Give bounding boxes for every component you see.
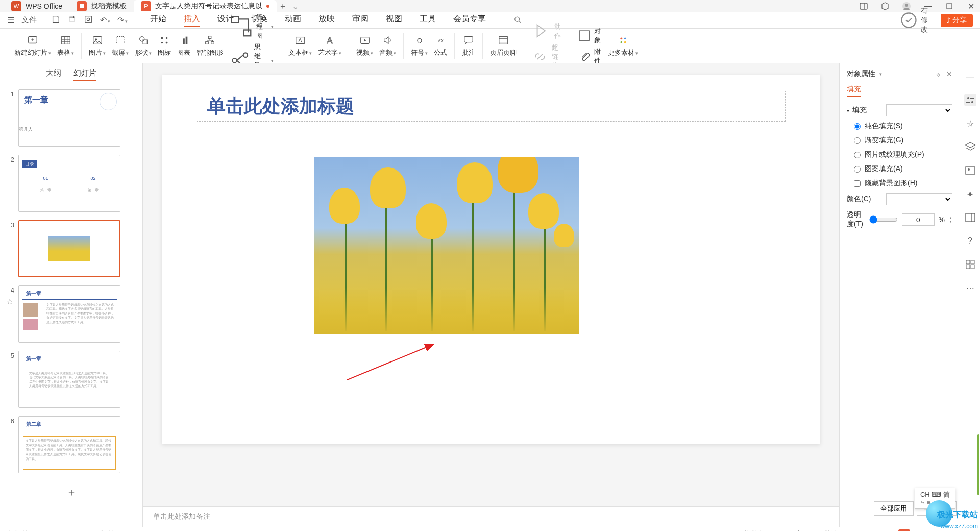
menubar: ☰ 文件 ↶▾ ↷▾ 开始 插入 设计 切换 动画 放映 审阅 视图 工具 会员… (0, 12, 980, 29)
fill-picture-radio[interactable] (854, 152, 861, 158)
slide-canvas[interactable]: 单击此处添加标题 (162, 75, 820, 444)
tab-start[interactable]: 开始 (150, 14, 166, 27)
svg-text:P: P (144, 3, 148, 9)
svg-point-30 (166, 37, 168, 39)
screenshot-button[interactable]: 截屏▾ (112, 35, 129, 57)
header-footer-button[interactable]: 页眉页脚 (490, 35, 517, 57)
add-slide-button[interactable]: ＋ (6, 481, 136, 503)
svg-rect-26 (116, 36, 125, 43)
video-button[interactable]: 视频▾ (356, 35, 373, 57)
tab-member[interactable]: 会员专享 (453, 14, 486, 27)
wordart-button[interactable]: A艺术字▾ (318, 35, 341, 57)
canvas-area: 单击此处添加标题 (143, 63, 839, 527)
app-tab-template[interactable]: 找稻壳模板 (69, 0, 134, 12)
fill-section-toggle[interactable]: ▾填充 (847, 104, 952, 116)
image-button[interactable]: 图片▾ (89, 35, 106, 57)
slide-thumb-5[interactable]: 第一章文字是人类用符号记录表达信息以传之久远的方式和工具。现代文字大多是记录语言… (18, 351, 120, 408)
svg-point-71 (968, 168, 970, 171)
fill-gradient-radio[interactable] (854, 137, 861, 144)
settings-icon[interactable] (964, 94, 976, 106)
object-button[interactable]: 对象 (577, 27, 602, 45)
svg-rect-74 (966, 260, 970, 264)
title-placeholder[interactable]: 单击此处添加标题 (197, 91, 786, 122)
print-icon[interactable] (67, 15, 77, 26)
help-icon[interactable]: ? (964, 235, 976, 247)
dirty-dot (266, 5, 270, 8)
star-icon: ☆ (6, 285, 14, 343)
app-tab-wps[interactable]: W WPS Office (4, 0, 69, 12)
tab-slideshow[interactable]: 放映 (318, 14, 335, 27)
symbol-button[interactable]: Ω符号▾ (411, 35, 428, 57)
tools-icon[interactable] (964, 258, 976, 271)
redo-icon[interactable]: ↷▾ (117, 15, 128, 25)
search-icon[interactable] (513, 14, 523, 27)
panel-icon[interactable] (859, 1, 869, 11)
svg-rect-34 (183, 38, 185, 44)
smartart-button[interactable]: 智能图形 (197, 35, 223, 57)
image-tool-icon[interactable] (964, 164, 976, 177)
slideshow-button[interactable]: ▶ (898, 529, 910, 532)
more-dots-icon[interactable]: ⋯ (964, 282, 976, 294)
svg-text:A: A (327, 35, 332, 44)
fill-tab[interactable]: 填充 (847, 85, 861, 97)
opacity-slider[interactable] (869, 215, 898, 224)
svg-rect-10 (69, 18, 75, 21)
collapse-icon[interactable]: — (964, 70, 976, 83)
inserted-image[interactable] (314, 157, 579, 334)
action-button: 动作 (531, 21, 562, 41)
flowchart-button[interactable]: 流程图▾ (229, 13, 274, 40)
app-tab-document[interactable]: P 文字是人类用符号记录表达信息以 (134, 0, 277, 12)
tab-review[interactable]: 审阅 (352, 14, 369, 27)
new-slide-button[interactable]: 新建幻灯片▾ (14, 35, 51, 57)
tab-overflow-caret[interactable]: ⌄ (292, 2, 299, 11)
audio-button[interactable]: 音频▾ (379, 35, 396, 57)
apply-all-button[interactable]: 全部应用 (874, 501, 914, 516)
share-button[interactable]: ⤴ 分享 (941, 14, 973, 27)
color-select[interactable] (886, 193, 952, 205)
panel2-icon[interactable] (964, 211, 976, 224)
cube-icon[interactable] (880, 1, 890, 11)
fill-pattern-radio[interactable] (854, 166, 861, 173)
outline-tab[interactable]: 大纲 (46, 68, 61, 81)
more-button[interactable]: 更多素材▾ (608, 35, 638, 57)
tab-animation[interactable]: 动画 (285, 14, 301, 27)
slide-thumb-6[interactable]: 第二章文字是人类用符号记录表达信息以传之久远的方式和工具。现代文字大多是记录语言… (18, 416, 120, 473)
slides-tab[interactable]: 幻灯片 (74, 68, 96, 81)
has-changes-badge[interactable]: 有修改 (900, 7, 933, 34)
fill-preset-select[interactable] (886, 104, 952, 116)
notes-area[interactable]: 单击此处添加备注 (143, 506, 839, 527)
opacity-down[interactable]: ▼ (949, 220, 952, 223)
slide-thumb-1[interactable]: 第一章第几人 (18, 89, 120, 147)
tab-add-button[interactable]: ＋ (277, 1, 289, 12)
opacity-up[interactable]: ▲ (949, 216, 952, 220)
save-icon[interactable] (51, 15, 60, 26)
undo-icon[interactable]: ↶▾ (100, 15, 110, 25)
slide-thumb-3[interactable] (18, 220, 120, 277)
svg-point-27 (139, 36, 144, 41)
pin-icon[interactable]: ⟐ (936, 70, 940, 78)
shape-button[interactable]: 形状▾ (135, 35, 152, 57)
table-button[interactable]: 表格▾ (57, 35, 74, 57)
layers-icon[interactable] (964, 141, 976, 153)
chart-button[interactable]: 图表 (177, 35, 190, 57)
tab-view[interactable]: 视图 (386, 14, 402, 27)
star-icon[interactable]: ☆ (964, 117, 976, 130)
slide-thumb-4[interactable]: 第一章文字是人类用符号记录表达信息以传之久远的方式和工具。现代文字大多是记录语言… (18, 285, 120, 343)
hide-bg-checkbox[interactable] (854, 180, 861, 187)
file-menu[interactable]: 文件 (21, 15, 37, 25)
formula-button[interactable]: √x公式 (434, 35, 447, 57)
icon-button[interactable]: 图标 (158, 35, 171, 57)
textbox-button[interactable]: A文本框▾ (288, 35, 312, 57)
svg-rect-70 (966, 167, 975, 174)
close-panel-icon[interactable]: ✕ (946, 70, 952, 78)
hamburger-icon[interactable]: ☰ (7, 15, 14, 25)
magic-icon[interactable]: ✦ (964, 188, 976, 200)
attachment-button[interactable]: 附件 (577, 47, 602, 65)
opacity-input[interactable] (902, 213, 935, 226)
slide-thumb-2[interactable]: 目录0102第一章第一章 (18, 155, 120, 212)
tab-tools[interactable]: 工具 (420, 14, 436, 27)
tab-label: 文字是人类用符号记录表达信息以 (155, 2, 262, 11)
comment-button[interactable]: 批注 (462, 35, 475, 57)
print-preview-icon[interactable] (84, 15, 93, 26)
tab-insert[interactable]: 插入 (184, 14, 200, 27)
